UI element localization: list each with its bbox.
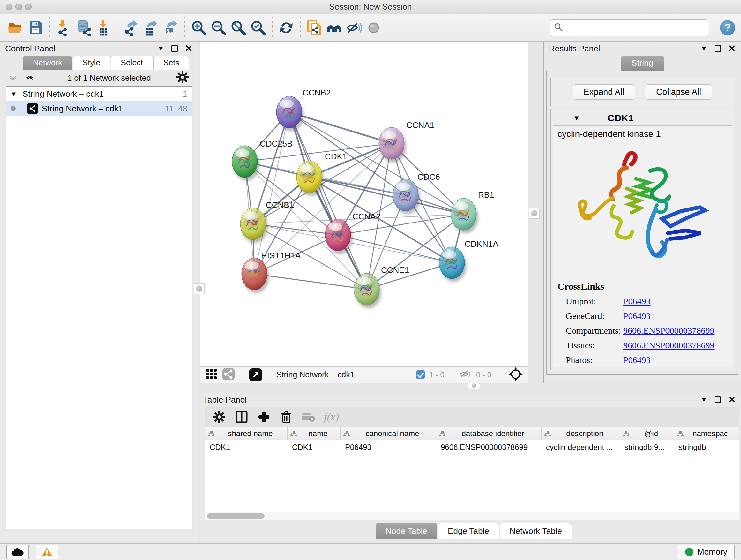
tab-network[interactable]: Network: [23, 56, 72, 70]
cell-description[interactable]: cyclin-dependent ...: [542, 440, 620, 454]
crosslink-uniprot[interactable]: P06493: [623, 296, 651, 307]
close-results-icon[interactable]: ✕: [728, 44, 736, 53]
node-CCNB2[interactable]: CCNB2: [276, 88, 331, 131]
minimize-window-button[interactable]: [15, 3, 22, 10]
node-CDC25B[interactable]: CDC25B: [232, 139, 293, 181]
network-view-icon[interactable]: [222, 368, 235, 382]
edge-HIST1H1A-CCNE1[interactable]: [254, 274, 367, 289]
right-splitter-grip[interactable]: [529, 208, 540, 219]
crosslink-tissues[interactable]: 9606.ENSP00000378699: [623, 340, 714, 351]
show-columns-icon[interactable]: [234, 410, 249, 424]
cell-database-identifier[interactable]: 9606.ENSP00000378699: [436, 440, 542, 454]
maximize-table-icon[interactable]: [715, 396, 721, 403]
edge-CCNB2-CCNA1[interactable]: [289, 112, 392, 143]
import-table-file-icon[interactable]: [93, 18, 113, 38]
horizontal-splitter-grip[interactable]: [468, 382, 480, 389]
selected-checkbox-icon[interactable]: [416, 370, 425, 379]
gene-collapse-icon[interactable]: ▼: [573, 114, 580, 122]
network-row[interactable]: String Network – cdk1 11 48: [6, 101, 192, 116]
zoom-fit-icon[interactable]: [228, 18, 248, 38]
cell-name[interactable]: CDK1: [287, 440, 340, 454]
table-horizontal-scrollbar[interactable]: [205, 512, 739, 520]
right-splitter[interactable]: [528, 42, 543, 383]
left-splitter[interactable]: [198, 42, 200, 543]
collapse-all-networks-icon[interactable]: [25, 76, 34, 80]
close-window-button[interactable]: [6, 3, 12, 10]
node-HIST1H1A[interactable]: HIST1H1A: [242, 251, 301, 293]
zoom-out-icon[interactable]: [209, 18, 228, 38]
import-network-database-icon[interactable]: [73, 18, 93, 38]
save-session-icon[interactable]: [25, 18, 45, 38]
column-header-name[interactable]: name: [287, 427, 340, 440]
column-header-canonical-name[interactable]: canonical name: [340, 427, 436, 440]
node-CDC6[interactable]: CDC6: [393, 172, 440, 214]
maximize-results-icon[interactable]: [715, 45, 721, 52]
edge-CCNB2-CCNE1[interactable]: [289, 112, 367, 289]
crosslink-pharos[interactable]: P06493: [623, 355, 651, 365]
node-CCNA1[interactable]: CCNA1: [379, 120, 434, 163]
cloud-status-button[interactable]: [6, 545, 29, 559]
search-box[interactable]: [549, 19, 709, 36]
edge-CDK1-RB1[interactable]: [309, 177, 464, 214]
tab-node-table[interactable]: Node Table: [376, 523, 437, 539]
tab-string-results[interactable]: String: [621, 56, 664, 71]
open-in-window-icon[interactable]: [249, 368, 262, 381]
tab-style[interactable]: Style: [73, 56, 111, 70]
tab-edge-table[interactable]: Edge Table: [438, 523, 499, 539]
birds-eye-toggle-icon[interactable]: [509, 367, 523, 382]
export-image-icon[interactable]: [161, 18, 181, 38]
expand-all-button[interactable]: Expand All: [572, 84, 636, 100]
cell--id[interactable]: stringdb:9...: [620, 440, 674, 454]
warning-status-button[interactable]: [36, 545, 58, 559]
tab-sets[interactable]: Sets: [153, 56, 189, 70]
help-button[interactable]: ?: [720, 20, 735, 36]
new-network-from-selection-icon[interactable]: [305, 18, 324, 38]
close-table-icon[interactable]: ✕: [728, 395, 736, 405]
refresh-icon[interactable]: [276, 18, 296, 38]
cell-namespac[interactable]: stringdb: [674, 440, 738, 454]
left-splitter-grip[interactable]: [194, 283, 205, 294]
scrollbar-thumb[interactable]: [207, 513, 265, 519]
create-column-icon[interactable]: [257, 410, 271, 424]
node-CCNE1[interactable]: CCNE1: [354, 265, 409, 308]
column-header-namespac[interactable]: namespac: [674, 427, 738, 440]
zoom-in-icon[interactable]: [189, 18, 209, 38]
column-header-shared-name[interactable]: shared name: [205, 427, 287, 440]
maximize-window-button[interactable]: [25, 3, 31, 10]
maximize-panel-icon[interactable]: [172, 45, 178, 52]
import-network-file-icon[interactable]: [54, 18, 73, 38]
export-network-icon[interactable]: [121, 18, 141, 38]
node-RB1[interactable]: RB1: [451, 190, 494, 233]
first-neighbors-icon[interactable]: [324, 18, 344, 38]
search-input[interactable]: [566, 23, 705, 32]
delete-column-trash-icon[interactable]: [279, 410, 293, 424]
node-CDKN1A[interactable]: CDKN1A: [439, 239, 498, 282]
export-table-icon[interactable]: [141, 18, 161, 38]
crosslink-compartments[interactable]: 9606.ENSP00000378699: [623, 326, 714, 336]
expand-all-networks-icon[interactable]: [9, 76, 17, 80]
network-options-gear-icon[interactable]: [176, 71, 189, 85]
column-header-database-identifier[interactable]: database identifier: [436, 427, 542, 440]
network-collection-row[interactable]: ▼ String Network – cdk1 1: [6, 86, 192, 101]
tab-select[interactable]: Select: [111, 56, 152, 70]
table-row[interactable]: CDK1CDK1P064939606.ENSP00000378699cyclin…: [205, 440, 739, 454]
zoom-selected-icon[interactable]: [248, 18, 268, 38]
edge-CCNA2-CDKN1A[interactable]: [338, 235, 452, 263]
tab-network-table[interactable]: Network Table: [500, 523, 572, 539]
grid-view-icon[interactable]: [205, 368, 218, 381]
float-table-icon[interactable]: ▼: [700, 396, 708, 403]
float-results-icon[interactable]: ▼: [700, 45, 708, 52]
network-canvas[interactable]: CCNB2 CCNA1 CDC25B CDK1 CDC6 RB1: [200, 42, 528, 367]
horizontal-splitter[interactable]: [198, 383, 741, 393]
collection-collapse-icon[interactable]: ▼: [10, 90, 17, 98]
edge-CCNB2-HIST1H1A[interactable]: [254, 112, 289, 274]
crosslink-genecard[interactable]: P06493: [623, 311, 651, 321]
collapse-all-button[interactable]: Collapse All: [645, 84, 712, 100]
column-header-description[interactable]: description: [542, 427, 620, 440]
memory-button[interactable]: Memory: [678, 545, 735, 559]
close-panel-icon[interactable]: ✕: [185, 44, 193, 53]
column-header--id[interactable]: @id: [620, 427, 674, 440]
cell-shared-name[interactable]: CDK1: [205, 440, 287, 454]
cell-canonical-name[interactable]: P06493: [340, 440, 436, 454]
float-panel-icon[interactable]: ▼: [157, 45, 164, 52]
